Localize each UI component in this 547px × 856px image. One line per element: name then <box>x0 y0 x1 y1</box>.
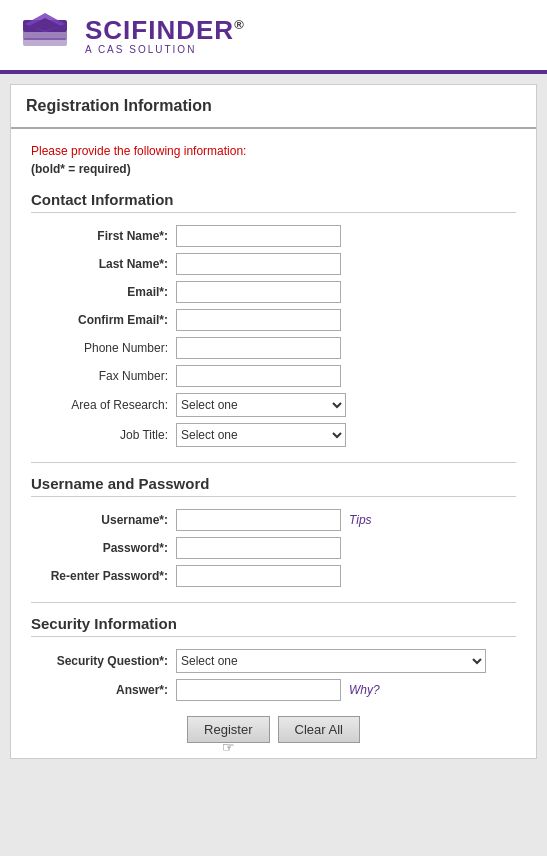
register-button-wrapper: Register ☞ <box>187 716 269 743</box>
fax-row: Fax Number: <box>31 365 516 387</box>
security-question-select[interactable]: Select one <box>176 649 486 673</box>
fax-input[interactable] <box>176 365 341 387</box>
page-title: Registration Information <box>11 85 536 129</box>
password-label: Password*: <box>31 541 176 555</box>
why-link[interactable]: Why? <box>349 683 380 697</box>
area-select[interactable]: Select one <box>176 393 346 417</box>
divider-2 <box>31 602 516 603</box>
reenter-password-input[interactable] <box>176 565 341 587</box>
first-name-input[interactable] <box>176 225 341 247</box>
email-row: Email*: <box>31 281 516 303</box>
confirm-email-input[interactable] <box>176 309 341 331</box>
main-container: Registration Information Please provide … <box>10 84 537 759</box>
logo-text: SCIFINDER® A CAS SOLUTION <box>85 15 245 55</box>
phone-row: Phone Number: <box>31 337 516 359</box>
password-row: Password*: <box>31 537 516 559</box>
email-label: Email*: <box>31 285 176 299</box>
info-line2: (bold* = required) <box>31 162 516 176</box>
job-label: Job Title: <box>31 428 176 442</box>
header: SCIFINDER® A CAS SOLUTION <box>0 0 547 74</box>
username-section: Username and Password Username*: Tips Pa… <box>31 475 516 587</box>
first-name-row: First Name*: <box>31 225 516 247</box>
clear-all-button[interactable]: Clear All <box>278 716 360 743</box>
security-section-title: Security Information <box>31 615 516 637</box>
answer-row: Answer*: Why? <box>31 679 516 701</box>
username-label: Username*: <box>31 513 176 527</box>
job-row: Job Title: Select one <box>31 423 516 447</box>
first-name-label: First Name*: <box>31 229 176 243</box>
phone-input[interactable] <box>176 337 341 359</box>
cursor-icon: ☞ <box>222 739 235 755</box>
area-label: Area of Research: <box>31 398 176 412</box>
reenter-password-row: Re-enter Password*: <box>31 565 516 587</box>
confirm-email-label: Confirm Email*: <box>31 313 176 327</box>
security-question-label: Security Question*: <box>31 654 176 668</box>
security-section: Security Information Security Question*:… <box>31 615 516 701</box>
area-row: Area of Research: Select one <box>31 393 516 417</box>
last-name-input[interactable] <box>176 253 341 275</box>
logo-subtitle: A CAS SOLUTION <box>85 44 245 55</box>
last-name-row: Last Name*: <box>31 253 516 275</box>
logo-title: SCIFINDER® <box>85 15 245 46</box>
email-input[interactable] <box>176 281 341 303</box>
answer-label: Answer*: <box>31 683 176 697</box>
divider-1 <box>31 462 516 463</box>
tips-link[interactable]: Tips <box>349 513 372 527</box>
username-input[interactable] <box>176 509 341 531</box>
contact-section-title: Contact Information <box>31 191 516 213</box>
username-row: Username*: Tips <box>31 509 516 531</box>
reenter-label: Re-enter Password*: <box>31 569 176 583</box>
fax-label: Fax Number: <box>31 369 176 383</box>
button-row: Register ☞ Clear All <box>31 716 516 743</box>
password-input[interactable] <box>176 537 341 559</box>
username-section-title: Username and Password <box>31 475 516 497</box>
security-question-row: Security Question*: Select one <box>31 649 516 673</box>
contact-section: Contact Information First Name*: Last Na… <box>31 191 516 447</box>
scifinder-logo-icon <box>15 10 75 60</box>
phone-label: Phone Number: <box>31 341 176 355</box>
form-body: Please provide the following information… <box>11 129 536 758</box>
last-name-label: Last Name*: <box>31 257 176 271</box>
info-line1: Please provide the following information… <box>31 144 516 158</box>
job-select[interactable]: Select one <box>176 423 346 447</box>
logo-sci: SCIFINDER <box>85 15 234 45</box>
answer-input[interactable] <box>176 679 341 701</box>
confirm-email-row: Confirm Email*: <box>31 309 516 331</box>
